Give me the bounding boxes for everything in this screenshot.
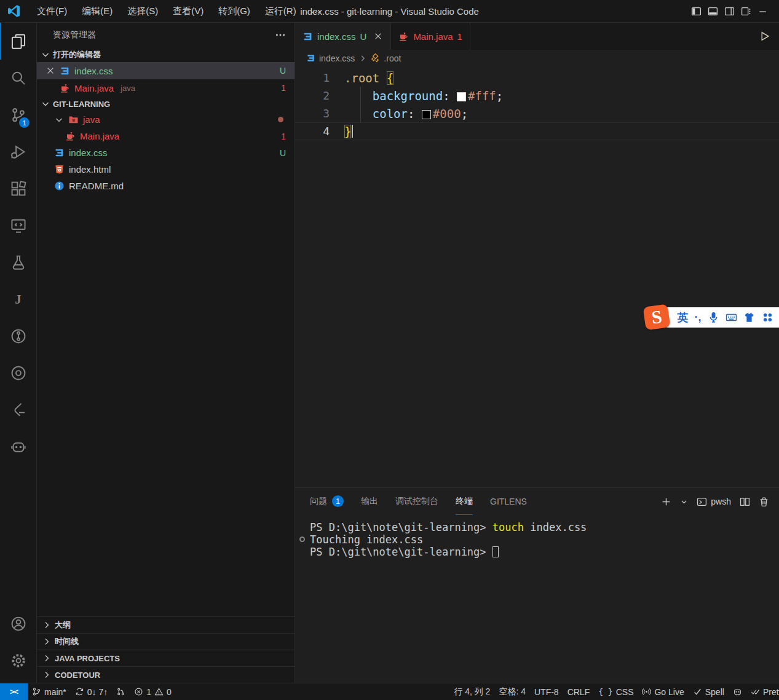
editor-tab-Main.java[interactable]: Main.java1 — [391, 23, 470, 50]
file-label: index.css — [74, 66, 113, 76]
activity-item-java-projects[interactable]: J — [0, 281, 36, 318]
activity-item-accounts[interactable] — [0, 605, 36, 642]
color-swatch[interactable] — [422, 110, 431, 119]
terminal-instance-selector[interactable]: pwsh — [697, 497, 731, 507]
activity-item-codetour[interactable] — [0, 355, 36, 391]
panel-tab-调试控制台[interactable]: 调试控制台 — [395, 488, 438, 515]
skin-icon[interactable] — [743, 312, 755, 323]
chevron-down-icon — [41, 50, 50, 60]
panel-tab-bar: 问题1输出调试控制台终端GITLENS pwsh — [295, 488, 779, 515]
layout-customize-icon[interactable] — [741, 6, 751, 17]
panel-tab-问题[interactable]: 问题1 — [310, 488, 344, 515]
file-suffix: java — [121, 84, 135, 93]
activity-item-ai-assistant[interactable] — [0, 428, 36, 465]
activity-item-search[interactable] — [0, 60, 36, 96]
project-section-header[interactable]: GIT-LEARNING — [37, 96, 295, 111]
indentation-item[interactable]: 空格: 4 — [494, 686, 530, 698]
layout-panel-icon[interactable] — [708, 6, 718, 17]
encoding-item[interactable]: UTF-8 — [530, 687, 563, 697]
open-editor-index.css[interactable]: index.cssU — [37, 62, 295, 79]
add-terminal-icon[interactable] — [661, 497, 671, 507]
ime-language-mode[interactable]: 英 — [677, 310, 688, 325]
activity-item-settings[interactable] — [0, 642, 36, 679]
open-editor-Main.java[interactable]: Main.javajava1 — [37, 79, 295, 96]
panel-tab-GITLENS[interactable]: GITLENS — [490, 488, 527, 515]
menu-item-3[interactable]: 查看(V) — [165, 0, 211, 22]
problems-item[interactable]: 1 0 — [130, 683, 176, 700]
chevron-down-icon[interactable] — [680, 498, 688, 506]
activity-item-extensions[interactable] — [0, 170, 36, 207]
editor-tab-index.css[interactable]: index.cssU — [295, 23, 391, 50]
activity-item-testing[interactable] — [0, 244, 36, 281]
sync-label: 0↓ 7↑ — [87, 687, 108, 697]
css-file-icon — [54, 147, 65, 158]
mic-icon[interactable] — [708, 312, 719, 323]
git-graph-item[interactable] — [112, 683, 130, 700]
open-editors-header[interactable]: 打开的编辑器 — [37, 47, 295, 62]
cursor-position-item[interactable]: 行 4, 列 2 — [449, 686, 494, 698]
robot-icon — [10, 439, 26, 455]
tree-item-index.html[interactable]: index.html — [37, 161, 295, 178]
menu-item-1[interactable]: 编辑(E) — [74, 0, 120, 22]
prettier-item[interactable]: Prettier — [746, 687, 779, 697]
file-label: index.html — [69, 164, 111, 175]
sidebar-section-时间线[interactable]: 时间线 — [37, 633, 295, 650]
tree-item-Main.java[interactable]: Main.java1 — [37, 128, 295, 144]
ime-punctuation[interactable]: ·, — [694, 311, 701, 324]
menu-item-5[interactable]: 运行(R) — [258, 0, 304, 22]
code-line-3[interactable]: 3 color: #000; — [295, 104, 779, 122]
ai-status-item[interactable] — [729, 687, 746, 696]
menu-item-2[interactable]: 选择(S) — [120, 0, 165, 22]
window-controls — [691, 6, 779, 17]
more-actions-icon[interactable] — [275, 29, 286, 41]
activity-item-leetcode[interactable] — [0, 391, 36, 428]
file-label: Main.java — [80, 131, 119, 141]
run-button[interactable] — [758, 30, 770, 42]
activity-item-source-control[interactable]: 1 — [0, 96, 36, 133]
keyboard-icon[interactable] — [726, 312, 737, 323]
tree-item-README.md[interactable]: README.md — [37, 178, 295, 194]
terminal-instance-label: pwsh — [711, 497, 731, 506]
sidebar-section-CODETOUR[interactable]: CODETOUR — [37, 666, 295, 683]
file-label: java — [83, 114, 100, 125]
layout-sidebar-icon[interactable] — [691, 6, 702, 17]
git-sync-item[interactable]: 0↓ 7↑ — [71, 683, 112, 700]
chevron-right-icon — [42, 653, 52, 663]
eol-item[interactable]: CRLF — [563, 687, 595, 697]
layout-secondary-icon[interactable] — [724, 6, 735, 17]
code-line-4[interactable]: 4} — [295, 122, 779, 140]
breadcrumb-item-symbol[interactable]: .root — [384, 53, 401, 63]
code-editor[interactable]: 1.root {2 background: #fff;3 color: #000… — [295, 66, 779, 487]
terminal-output[interactable]: PS D:\git\note\git-learning> touch index… — [295, 515, 779, 683]
sidebar-section-大纲[interactable]: 大纲 — [37, 616, 295, 633]
tree-item-java[interactable]: java — [37, 111, 295, 128]
sidebar-section-JAVA PROJECTS[interactable]: JAVA PROJECTS — [37, 650, 295, 666]
menu-item-0[interactable]: 文件(F) — [30, 0, 74, 22]
toolbox-icon[interactable] — [762, 312, 773, 323]
split-terminal-icon[interactable] — [740, 497, 750, 507]
command-decoration-icon[interactable] — [299, 537, 305, 542]
language-mode-item[interactable]: { } CSS — [594, 687, 638, 697]
menu-item-4[interactable]: 转到(G) — [211, 0, 258, 22]
tree-item-index.css[interactable]: index.cssU — [37, 144, 295, 161]
beaker-icon — [10, 254, 26, 270]
activity-item-run-debug[interactable] — [0, 133, 36, 170]
panel-tab-输出[interactable]: 输出 — [361, 488, 378, 515]
git-branch-item[interactable]: main* — [28, 683, 71, 700]
search-icon — [10, 70, 26, 86]
activity-item-explorer[interactable] — [0, 23, 36, 60]
go-live-item[interactable]: Go Live — [638, 687, 688, 697]
activity-item-remote-explorer[interactable] — [0, 207, 36, 244]
code-line-2[interactable]: 2 background: #fff; — [295, 87, 779, 104]
panel-tab-终端[interactable]: 终端 — [456, 488, 473, 515]
color-swatch[interactable] — [457, 92, 466, 101]
breadcrumb-item-file[interactable]: index.css — [319, 53, 355, 63]
code-line-1[interactable]: 1.root { — [295, 69, 779, 87]
minimize-icon[interactable] — [757, 6, 768, 17]
git-status-badge: 1 — [281, 132, 286, 141]
remote-indicator[interactable]: >< — [0, 683, 28, 700]
spell-checker-item[interactable]: Spell — [689, 687, 729, 697]
activity-item-gitlens[interactable] — [0, 318, 36, 355]
sogou-logo[interactable]: S — [643, 304, 671, 330]
trash-icon[interactable] — [759, 497, 769, 507]
